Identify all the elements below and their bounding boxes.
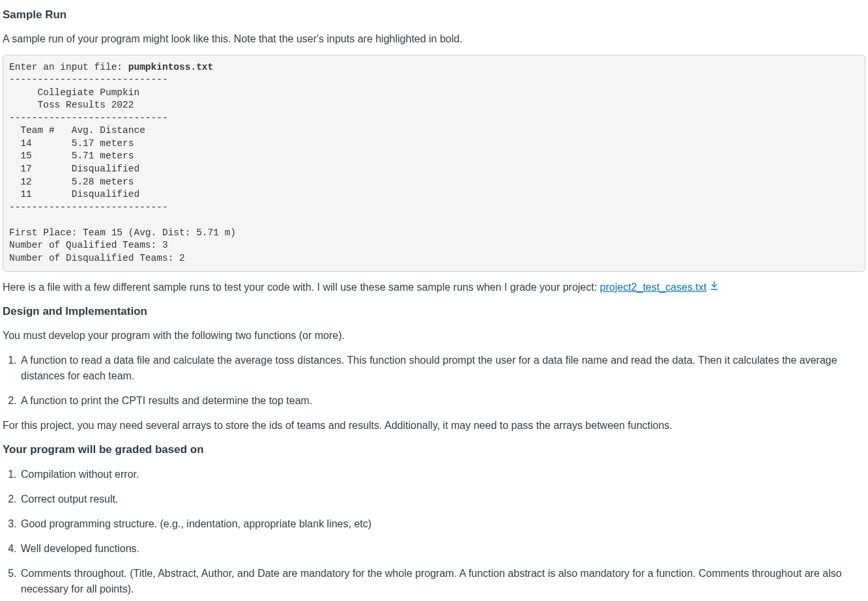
sample-run-block: Enter an input file: pumpkintoss.txt ---… <box>3 55 865 272</box>
design-intro: You must develop your program with the f… <box>3 328 865 344</box>
test-cases-link[interactable]: project2_test_cases.txt <box>600 282 707 293</box>
intro-paragraph: A sample run of your program might look … <box>3 31 865 47</box>
heading-sample-run: Sample Run <box>3 7 865 23</box>
list-item: A function to read a data file and calcu… <box>20 353 865 384</box>
summary-line: Number of Qualified Teams: 3 <box>9 240 168 250</box>
user-input: pumpkintoss.txt <box>128 62 214 72</box>
grading-list: Compilation without error. Correct outpu… <box>3 467 865 601</box>
header-line: Toss Results 2022 <box>9 100 134 110</box>
table-row: 15 5.71 meters <box>9 151 134 161</box>
separator: ---------------------------- <box>9 74 168 85</box>
list-item: Correct output result. <box>20 491 865 507</box>
list-item: Well developed functions. <box>20 541 865 557</box>
column-header: Team # Avg. Distance <box>9 125 145 136</box>
heading-grading: Your program will be graded based on <box>3 441 865 458</box>
table-row: 12 5.28 meters <box>9 177 134 187</box>
header-line: Collegiate Pumpkin <box>9 87 139 98</box>
prompt-text: Enter an input file: <box>9 62 128 72</box>
table-row: 11 Disqualified <box>9 189 139 199</box>
file-paragraph-prefix: Here is a file with a few different samp… <box>3 282 600 293</box>
design-note: For this project, you may need several a… <box>3 418 865 433</box>
table-row: 17 Disqualified <box>9 164 139 174</box>
list-item: Comments throughout. (Title, Abstract, A… <box>20 566 865 597</box>
separator: ---------------------------- <box>9 113 168 123</box>
summary-line: Number of Disqualified Teams: 2 <box>9 253 185 263</box>
file-paragraph: Here is a file with a few different samp… <box>3 280 865 296</box>
list-item: Good programming structure. (e.g., inden… <box>20 516 865 532</box>
design-list: A function to read a data file and calcu… <box>3 353 865 409</box>
summary-line: First Place: Team 15 (Avg. Dist: 5.71 m) <box>9 227 236 238</box>
list-item: Compilation without error. <box>20 467 865 482</box>
table-row: 14 5.17 meters <box>9 138 134 149</box>
heading-design: Design and Implementation <box>3 303 865 320</box>
list-item: A function to print the CPTI results and… <box>20 393 865 409</box>
download-icon[interactable] <box>709 280 719 295</box>
separator: ---------------------------- <box>9 202 168 213</box>
